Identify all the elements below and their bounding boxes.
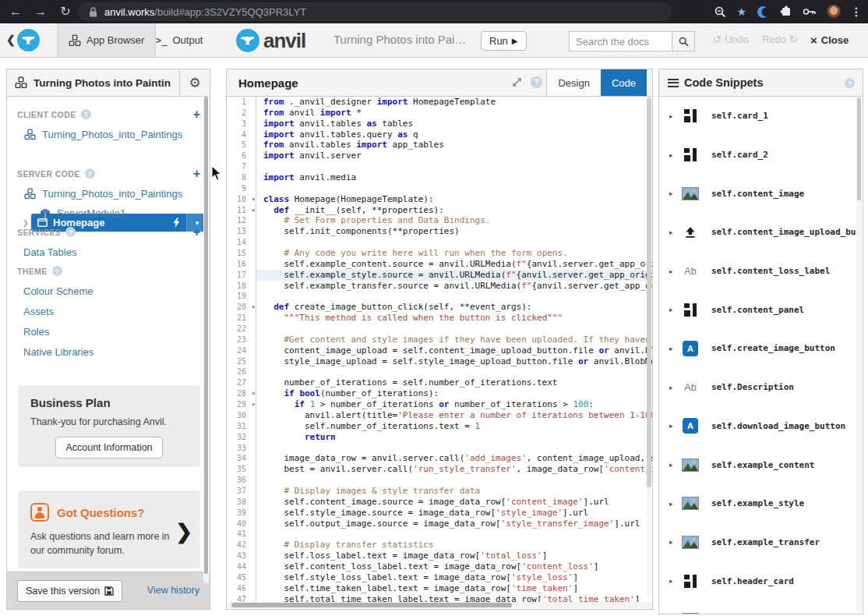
code-line-17[interactable]: 17 self.example_style.source = anvil.URL… — [227, 270, 652, 281]
snippet-item-self.header_card[interactable]: ▸self.header_card — [659, 561, 863, 600]
code-line-37[interactable]: 37 # Display images & style transfer dat… — [227, 486, 652, 497]
code-line-21[interactable]: 21 """This method is called when the but… — [227, 313, 652, 324]
password-key-icon[interactable] — [803, 7, 817, 16]
line-gutter[interactable]: 17 — [227, 270, 256, 281]
line-gutter[interactable]: 40 — [227, 519, 256, 529]
code-line-15[interactable]: 15 # Any code you write here will run wh… — [227, 248, 652, 259]
save-version-button[interactable]: Save this version — [17, 580, 122, 602]
code-line-24[interactable]: 24 content_image_upload = self.content_i… — [227, 345, 652, 356]
tab-app-browser[interactable]: App Browser — [57, 23, 156, 57]
sidebar-scrollbar[interactable] — [203, 97, 209, 583]
help-icon[interactable]: ? — [52, 266, 62, 276]
line-gutter[interactable]: 27 — [227, 377, 256, 388]
snippet-item-self.card_1[interactable]: ▸self.card_1 — [659, 97, 863, 136]
code-line-38[interactable]: 38 self.content_image.source = image_dat… — [227, 497, 652, 508]
code-line-32[interactable]: 32 return — [227, 432, 652, 443]
line-gutter[interactable]: 16 — [227, 259, 256, 270]
line-gutter[interactable]: 35 — [227, 464, 256, 475]
line-gutter[interactable]: 21 — [227, 313, 256, 324]
caret-right-icon[interactable]: ▸ — [669, 228, 680, 236]
line-gutter[interactable]: 6 — [227, 150, 256, 161]
line-gutter[interactable]: 46 — [227, 583, 256, 594]
sidebar-item-server-module[interactable]: ServerModule1 — [40, 207, 125, 219]
line-gutter[interactable]: 12 — [227, 215, 256, 226]
line-gutter[interactable]: 39 — [227, 508, 256, 519]
caret-right-icon[interactable]: ▸ — [669, 345, 680, 352]
browser-reload-icon[interactable]: ↻ — [56, 2, 75, 21]
account-information-button[interactable]: Account Information — [55, 437, 162, 458]
code-line-27[interactable]: 27 number_of_iterations = self.number_of… — [227, 377, 652, 388]
browser-menu-icon[interactable]: ⋮ — [851, 5, 862, 18]
code-line-2[interactable]: 2from anvil import * — [227, 108, 652, 119]
snippet-item-self.card_2[interactable]: ▸self.card_2 — [659, 136, 863, 175]
line-gutter[interactable]: 1 — [227, 97, 256, 108]
help-icon[interactable]: ? — [65, 227, 76, 237]
code-line-34[interactable]: 34 image_data_row = anvil.server.call('a… — [227, 453, 652, 464]
snippet-item-self.content_panel[interactable]: ▸self.content_panel — [659, 290, 863, 329]
snippet-item-self.example_content[interactable]: ▸self.example_content — [659, 445, 863, 484]
caret-right-icon[interactable]: ▸ — [669, 538, 680, 546]
caret-right-icon[interactable]: ▸ — [669, 422, 680, 430]
docs-search-input[interactable] — [569, 31, 672, 51]
line-gutter[interactable]: 13 — [227, 226, 256, 237]
line-gutter[interactable]: 28▾ — [227, 388, 256, 399]
line-gutter[interactable]: 14 — [227, 237, 256, 248]
extensions-puzzle-icon[interactable] — [780, 5, 792, 18]
got-questions-card[interactable]: Got Questions? Ask questions and learn m… — [18, 490, 200, 568]
code-line-6[interactable]: 6import anvil.server — [227, 150, 652, 161]
code-line-40[interactable]: 40 self.output_image.source = image_data… — [227, 519, 652, 529]
collapse-chevron-icon[interactable]: ❮ — [6, 34, 16, 46]
line-gutter[interactable]: 32 — [227, 432, 256, 443]
caret-right-icon[interactable]: ▸ — [669, 384, 680, 391]
view-history-link[interactable]: View history — [147, 585, 199, 596]
code-line-42[interactable]: 42 # Display transfer statistics — [227, 540, 652, 551]
code-line-20[interactable]: 20▾ def create_image_button_click(self, … — [227, 302, 652, 313]
caret-right-icon[interactable]: ▸ — [669, 189, 680, 197]
line-gutter[interactable]: 3 — [227, 119, 256, 129]
tab-code[interactable]: Code — [601, 69, 647, 96]
bookmark-star-icon[interactable]: ★ — [736, 5, 746, 18]
code-line-39[interactable]: 39 self.style_image.source = image_data_… — [227, 508, 652, 519]
code-line-7[interactable]: 7 — [227, 161, 652, 172]
caret-right-icon[interactable]: ▸ — [669, 306, 680, 313]
code-line-9[interactable]: 9 — [227, 183, 652, 194]
code-editor[interactable]: 1from ._anvil_designer import HomepageTe… — [227, 97, 652, 604]
browser-back-icon[interactable]: ← — [6, 2, 25, 21]
code-line-31[interactable]: 31 self.number_of_iterations.text = 1 — [227, 421, 652, 432]
snippet-item-self.create_image_button[interactable]: ▸Aself.create_image_button — [659, 329, 863, 368]
help-icon[interactable]: ? — [81, 109, 91, 119]
code-line-12[interactable]: 12 # Set Form properties and Data Bindin… — [227, 215, 652, 226]
line-gutter[interactable]: 24 — [227, 345, 256, 356]
line-gutter[interactable]: 42 — [227, 540, 256, 551]
app-settings-button[interactable]: ⚙ — [179, 69, 210, 96]
editor-horizontal-scrollbar[interactable] — [227, 602, 652, 608]
fold-caret-icon[interactable]: ▾ — [252, 388, 255, 399]
code-line-46[interactable]: 46 self.time_taken_label.text = image_da… — [227, 583, 652, 594]
snippet-item-self.content_image[interactable]: ▸self.content_image — [659, 174, 863, 213]
line-gutter[interactable]: 2 — [227, 108, 256, 119]
expand-icon[interactable] — [511, 76, 523, 88]
caret-right-icon[interactable]: ▸ — [669, 267, 680, 275]
profile-avatar[interactable] — [827, 5, 841, 19]
code-line-4[interactable]: 4import anvil.tables.query as q — [227, 129, 652, 140]
code-line-36[interactable]: 36 — [227, 475, 652, 486]
forum-chevron-icon[interactable]: ❯ — [175, 520, 192, 544]
snippet-item-self.Description[interactable]: ▸Abself.Description — [659, 368, 863, 407]
zoom-icon[interactable] — [715, 6, 726, 18]
line-gutter[interactable]: 8 — [227, 172, 256, 183]
line-gutter[interactable]: 19 — [227, 291, 256, 302]
code-line-30[interactable]: 30 anvil.alert(title='Please enter a num… — [227, 410, 652, 421]
address-bar[interactable]: anvil.works/build#app:3S2VZY5QQ3PR3LYT — [78, 2, 672, 21]
line-gutter[interactable]: 10▾ — [227, 194, 256, 205]
sidebar-item-assets[interactable]: Assets — [23, 306, 54, 317]
help-icon[interactable]: ? — [85, 168, 95, 179]
line-gutter[interactable]: 9 — [227, 183, 256, 194]
line-gutter[interactable]: 5 — [227, 140, 256, 150]
line-gutter[interactable]: 41 — [227, 529, 256, 540]
snippet-item-self.content_loss_label[interactable]: ▸Abself.content_loss_label — [659, 252, 863, 291]
line-gutter[interactable]: 26 — [227, 366, 256, 377]
fold-caret-icon[interactable]: ▾ — [252, 194, 255, 205]
code-line-41[interactable]: 41 — [227, 529, 652, 540]
line-gutter[interactable]: 30 — [227, 410, 256, 421]
line-gutter[interactable]: 43 — [227, 551, 256, 561]
